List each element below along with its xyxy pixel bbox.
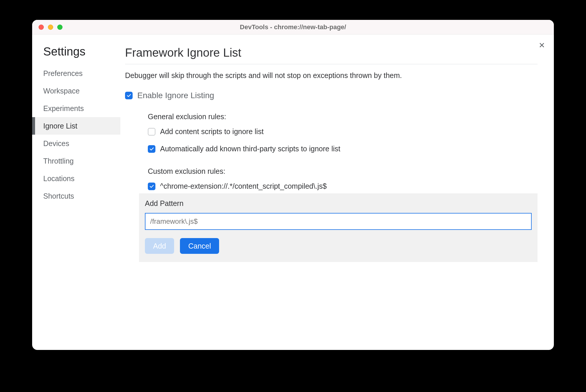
content-area: ✕ Settings Preferences Workspace Experim…: [32, 34, 554, 350]
window-maximize-button[interactable]: [57, 25, 63, 30]
sidebar-item-label: Throttling: [43, 157, 74, 165]
sidebar-item-label: Locations: [43, 174, 74, 183]
titlebar: DevTools - chrome://new-tab-page/: [32, 20, 554, 34]
sidebar-item-preferences[interactable]: Preferences: [32, 65, 120, 82]
check-icon: [149, 184, 154, 189]
sidebar-item-ignore-list[interactable]: Ignore List: [32, 117, 120, 135]
divider: [125, 64, 538, 64]
sidebar-item-experiments[interactable]: Experiments: [32, 100, 120, 117]
general-rule-label: Add content scripts to ignore list: [160, 127, 263, 136]
enable-ignore-listing-label: Enable Ignore Listing: [137, 91, 214, 100]
custom-rules-section: Custom exclusion rules: ^chrome-extensio…: [125, 167, 538, 190]
custom-rule-checkbox[interactable]: [148, 183, 155, 190]
sidebar-item-label: Experiments: [43, 104, 84, 113]
sidebar-item-workspace[interactable]: Workspace: [32, 82, 120, 100]
button-row: Add Cancel: [145, 238, 532, 254]
sidebar-item-label: Preferences: [43, 69, 83, 78]
auto-third-party-checkbox[interactable]: [148, 145, 155, 153]
sidebar-title: Settings: [32, 45, 120, 58]
main-panel: Framework Ignore List Debugger will skip…: [120, 34, 554, 350]
sidebar-item-throttling[interactable]: Throttling: [32, 152, 120, 170]
check-icon: [149, 146, 154, 152]
window-title: DevTools - chrome://new-tab-page/: [32, 23, 554, 31]
sidebar-item-label: Ignore List: [43, 122, 77, 130]
window-close-button[interactable]: [39, 25, 44, 30]
custom-rule-label: ^chrome-extension://.*/content_script_co…: [160, 182, 327, 190]
enable-ignore-listing-row: Enable Ignore Listing: [125, 91, 538, 100]
traffic-lights: [32, 25, 63, 30]
sidebar-item-label: Shortcuts: [43, 192, 74, 200]
general-rule-row: Add content scripts to ignore list: [148, 127, 538, 136]
sidebar-item-label: Workspace: [43, 87, 80, 95]
general-rules-heading: General exclusion rules:: [148, 112, 538, 121]
close-icon[interactable]: ✕: [539, 41, 545, 49]
general-rule-row: Automatically add known third-party scri…: [148, 145, 538, 153]
general-rule-label: Automatically add known third-party scri…: [160, 145, 340, 153]
sidebar-item-label: Devices: [43, 139, 69, 148]
add-button[interactable]: Add: [145, 238, 174, 254]
custom-rule-row: ^chrome-extension://.*/content_script_co…: [148, 182, 538, 190]
pattern-input[interactable]: [145, 213, 532, 230]
sidebar-item-devices[interactable]: Devices: [32, 135, 120, 152]
sidebar-item-shortcuts[interactable]: Shortcuts: [32, 187, 120, 205]
enable-ignore-listing-checkbox[interactable]: [125, 92, 133, 99]
cancel-button[interactable]: Cancel: [180, 238, 219, 254]
page-description: Debugger will skip through the scripts a…: [125, 71, 538, 80]
page-title: Framework Ignore List: [125, 46, 538, 59]
check-icon: [126, 93, 131, 98]
devtools-window: DevTools - chrome://new-tab-page/ ✕ Sett…: [32, 20, 554, 350]
custom-rules-heading: Custom exclusion rules:: [148, 167, 538, 176]
sidebar-item-locations[interactable]: Locations: [32, 170, 120, 187]
add-pattern-panel: Add Pattern Add Cancel: [139, 193, 538, 262]
add-content-scripts-checkbox[interactable]: [148, 128, 155, 136]
add-pattern-title: Add Pattern: [145, 199, 532, 208]
window-minimize-button[interactable]: [48, 25, 53, 30]
settings-sidebar: Settings Preferences Workspace Experimen…: [32, 34, 120, 350]
general-rules-section: General exclusion rules: Add content scr…: [125, 112, 538, 153]
